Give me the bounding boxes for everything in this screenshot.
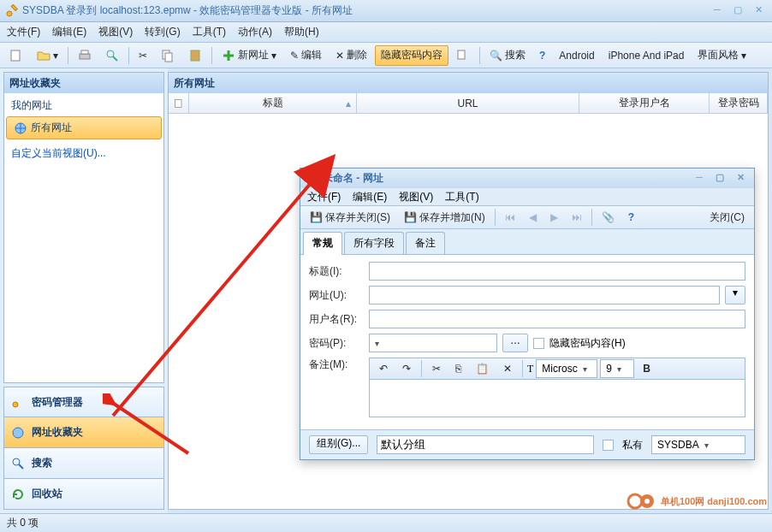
cut-button[interactable]: ✂ [133, 45, 153, 66]
menu-edit[interactable]: 编辑(E) [52, 25, 86, 39]
url-more-button[interactable]: ▾ [725, 286, 745, 304]
hide-pwd-checkbox[interactable] [533, 338, 544, 349]
col-password[interactable]: 登录密码 [710, 93, 768, 113]
tab-memo[interactable]: 备注 [406, 232, 445, 254]
last-button[interactable]: ⏭ [566, 207, 588, 228]
svg-point-0 [7, 11, 12, 16]
rte-bold[interactable]: B [637, 358, 656, 379]
section-password-manager[interactable]: 密码管理器 [3, 387, 164, 417]
menu-goto[interactable]: 转到(G) [145, 25, 180, 39]
section-url-favorites[interactable]: 网址收藏夹 [3, 417, 164, 448]
dlg-menu-tools[interactable]: 工具(T) [445, 190, 478, 204]
sidebar-my-urls[interactable]: 我的网址 [4, 95, 163, 116]
group-input[interactable] [377, 435, 594, 454]
svg-line-17 [19, 464, 23, 469]
dlg-menu-edit[interactable]: 编辑(E) [353, 190, 387, 204]
rte-redo[interactable]: ↷ [396, 358, 417, 379]
copy-button[interactable] [155, 45, 181, 66]
input-title[interactable] [369, 262, 745, 281]
hide-password-button[interactable]: 隐藏密码内容 [375, 45, 448, 66]
ui-style-button[interactable]: 界面风格 ▾ [692, 45, 752, 66]
input-user[interactable] [369, 310, 745, 328]
copy-url-button[interactable] [450, 45, 476, 66]
owner-select[interactable]: SYSDBA [651, 435, 745, 454]
menu-tools[interactable]: 工具(T) [193, 25, 226, 39]
save-add-button[interactable]: 💾 保存并增加(N) [398, 207, 491, 228]
new-doc-button[interactable] [3, 45, 29, 66]
dlg-menu-file[interactable]: 文件(F) [307, 190, 341, 204]
dialog-maximize[interactable]: ▢ [711, 172, 728, 186]
delete-button[interactable]: ✕ 删除 [330, 45, 373, 66]
svg-rect-2 [11, 50, 20, 61]
grid-header: 标题▴ URL 登录用户名 登录密码 [169, 93, 768, 114]
help-button[interactable]: ? [533, 45, 551, 66]
menu-view[interactable]: 视图(V) [98, 25, 133, 39]
section-search[interactable]: 搜索 [3, 448, 164, 479]
window-title: SYSDBA 登录到 localhost:123.epmw - 效能密码管理器专… [22, 3, 709, 18]
next-button[interactable]: ▶ [544, 207, 564, 228]
prev-button[interactable]: ◀ [523, 207, 543, 228]
key-icon [5, 4, 19, 18]
svg-point-15 [13, 428, 23, 438]
rte-copy[interactable]: ⎘ [449, 358, 467, 379]
minimize-button[interactable]: ─ [709, 4, 726, 18]
svg-line-6 [113, 56, 117, 61]
pwd-more-button[interactable]: … [502, 334, 528, 352]
col-url[interactable]: URL [357, 93, 579, 113]
svg-point-24 [644, 499, 650, 504]
globe-icon [14, 121, 27, 135]
new-url-button[interactable]: 新网址 ▾ [216, 45, 282, 66]
search-button[interactable]: 🔍 搜索 [484, 45, 531, 66]
col-title[interactable]: 标题▴ [189, 93, 357, 113]
rte-font-select[interactable]: Microsc [536, 359, 597, 378]
close-button-tb[interactable]: 关闭(C) [704, 207, 751, 228]
first-button[interactable]: ⏮ [499, 207, 521, 228]
paste-button[interactable] [182, 45, 208, 66]
private-label: 私有 [622, 438, 643, 452]
print-button[interactable] [72, 45, 98, 66]
svg-rect-1 [11, 4, 17, 10]
group-button[interactable]: 组别(G)... [309, 435, 368, 454]
iphone-ipad-button[interactable]: iPhone And iPad [603, 45, 691, 66]
private-checkbox[interactable] [603, 440, 614, 451]
preview-button[interactable] [99, 45, 125, 66]
tab-all-fields[interactable]: 所有字段 [344, 232, 404, 254]
rte-size-select[interactable]: 9 [600, 359, 634, 378]
android-button[interactable]: Android [553, 45, 600, 66]
label-title: 标题(I): [309, 264, 364, 279]
col-icon[interactable] [169, 93, 189, 113]
sidebar-all-urls[interactable]: 所有网址 [6, 116, 162, 139]
rte-undo[interactable]: ↶ [373, 358, 394, 379]
dialog-footer: 组别(G)... 私有 SYSDBA [300, 429, 754, 459]
save-close-button[interactable]: 💾 保存并关闭(S) [304, 207, 396, 228]
input-url[interactable] [369, 286, 720, 304]
open-button[interactable]: ▾ [31, 45, 64, 66]
col-username[interactable]: 登录用户名 [579, 93, 710, 113]
rte-cut[interactable]: ✂ [426, 358, 447, 379]
svg-rect-3 [80, 54, 90, 59]
svg-rect-8 [165, 53, 172, 62]
label-pwd: 密码(P): [309, 336, 364, 351]
edit-button[interactable]: ✎ 编辑 [284, 45, 328, 66]
close-button[interactable]: ✕ [750, 4, 767, 18]
maximize-button[interactable]: ▢ [729, 4, 746, 18]
dialog-minimize[interactable]: ─ [691, 172, 708, 186]
rte-paste[interactable]: 📋 [470, 358, 495, 379]
tab-general[interactable]: 常规 [303, 232, 342, 255]
rte-body[interactable] [369, 380, 745, 417]
section-recycle-bin[interactable]: 回收站 [3, 479, 164, 510]
rte-clear[interactable]: ✕ [497, 358, 518, 379]
svg-point-5 [107, 50, 114, 57]
input-password[interactable] [369, 334, 497, 352]
attach-button[interactable]: 📎 [596, 207, 621, 228]
dlg-help-button[interactable]: ? [622, 207, 640, 228]
menu-action[interactable]: 动作(A) [238, 25, 272, 39]
search-icon [11, 457, 25, 470]
recycle-icon [11, 488, 25, 501]
dialog-close[interactable]: ✕ [732, 172, 749, 186]
custom-view-link[interactable]: 自定义当前视图(U)... [4, 141, 163, 166]
dlg-menu-view[interactable]: 视图(V) [399, 190, 433, 204]
menu-file[interactable]: 文件(F) [7, 25, 40, 39]
svg-point-16 [13, 458, 20, 465]
menu-help[interactable]: 帮助(H) [284, 25, 319, 39]
